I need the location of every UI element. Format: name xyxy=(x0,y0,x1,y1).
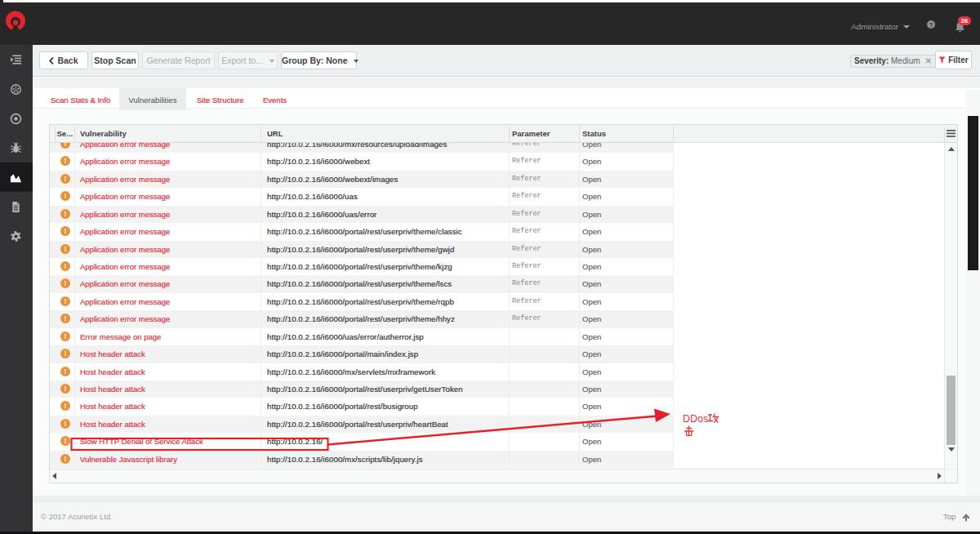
svg-text:?: ? xyxy=(929,21,933,29)
